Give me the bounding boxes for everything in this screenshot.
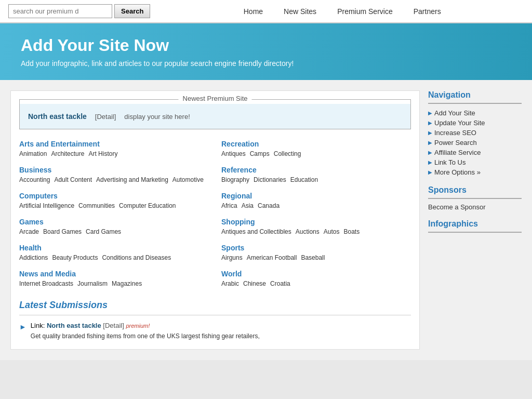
sidebar-nav-item[interactable]: ▶Power Search (428, 138, 522, 148)
category-link-item[interactable]: American Football (247, 254, 297, 261)
newest-premium-box: Newest Premium Site North east tackle [D… (19, 99, 411, 129)
newest-detail-link[interactable]: [Detail] (95, 113, 116, 121)
sidebar-sponsors-heading: Sponsors (428, 185, 522, 195)
sidebar-nav-item[interactable]: ▶Link To Us (428, 157, 522, 167)
category-link-item[interactable]: Architecture (51, 150, 84, 157)
content-area: Newest Premium Site North east tackle [D… (10, 90, 420, 350)
category-title[interactable]: Reference (221, 166, 411, 174)
category-links: Airguns American Football Baseball (221, 254, 411, 261)
sidebar-nav-items: ▶Add Your Site▶Update Your Site▶Increase… (428, 108, 522, 177)
search-input[interactable] (8, 4, 112, 18)
search-button[interactable]: Search (114, 4, 150, 18)
category-link-item[interactable]: Adult Content (54, 176, 92, 183)
sidebar-nav-item[interactable]: ▶Increase SEO (428, 128, 522, 138)
sidebar-nav-item[interactable]: ▶Add Your Site (428, 108, 522, 118)
category-link-item[interactable]: Conditions and Diseases (102, 254, 171, 261)
become-sponsor-link[interactable]: Become a Sponsor (428, 203, 522, 211)
sidebar-nav-item[interactable]: ▶More Options » (428, 167, 522, 177)
category-link-item[interactable]: Antiques and Collectibles (221, 228, 291, 235)
category-title[interactable]: Regional (221, 192, 411, 200)
category-link-item[interactable]: Canada (258, 202, 280, 209)
sidebar-arrow-icon: ▶ (428, 150, 432, 155)
category-links: Antiques Camps Collecting (221, 150, 411, 157)
category-title[interactable]: Arts and Entertainment (19, 140, 209, 148)
sidebar-nav-item-label: Link To Us (434, 158, 466, 166)
category-links: Africa Asia Canada (221, 202, 411, 209)
latest-item-content: Link: North east tackle [Detail] premium… (31, 322, 260, 341)
sidebar-nav-item[interactable]: ▶Affiliate Service (428, 148, 522, 157)
category-link-item[interactable]: Croatia (270, 280, 290, 287)
category-link-item[interactable]: Baseball (301, 254, 325, 261)
category-link-item[interactable]: Chinese (243, 280, 266, 287)
sidebar-nav-item-label: Affiliate Service (434, 149, 481, 156)
category-link-item[interactable]: Beauty Products (52, 254, 98, 261)
hero-title: Add Your Site Now (21, 36, 511, 55)
sidebar-infographics-heading: Infographics (428, 219, 522, 229)
category-link-item[interactable]: Computer Education (119, 202, 176, 209)
category-link-item[interactable]: Accounting (19, 176, 50, 183)
latest-item-detail[interactable]: [Detail] (103, 322, 126, 329)
latest-arrow-icon: ► (19, 323, 26, 331)
category-link-item[interactable]: Automotive (172, 176, 204, 183)
categories-grid: Arts and EntertainmentAnimation Architec… (19, 140, 411, 287)
newest-site-link[interactable]: North east tackle (28, 112, 87, 121)
category-title[interactable]: Shopping (221, 218, 411, 226)
category-link-item[interactable]: Arabic (221, 280, 239, 287)
category-link-item[interactable]: Communities (78, 202, 115, 209)
category-title[interactable]: Computers (19, 192, 209, 200)
category-link-item[interactable]: Card Games (86, 228, 121, 235)
category-title[interactable]: Business (19, 166, 209, 174)
latest-item-prefix: Link: (31, 322, 45, 329)
category-title[interactable]: News and Media (19, 270, 209, 278)
main-container: Newest Premium Site North east tackle [D… (0, 80, 532, 360)
category-link-item[interactable]: Biography (221, 176, 249, 183)
category-link-item[interactable]: Camps (250, 150, 270, 157)
sidebar-nav-item[interactable]: ▶Update Your Site (428, 118, 522, 128)
display-site-link[interactable]: display your site here! (124, 113, 190, 121)
nav-new-sites[interactable]: New Sites (284, 7, 316, 16)
category-section: News and MediaInternet Broadcasts Journa… (19, 270, 209, 287)
nav-home[interactable]: Home (244, 7, 263, 16)
category-link-item[interactable]: Antiques (221, 150, 246, 157)
nav-premium-service[interactable]: Premium Service (337, 7, 393, 16)
category-link-item[interactable]: Animation (19, 150, 47, 157)
category-link-item[interactable]: Boats (343, 228, 360, 235)
category-link-item[interactable]: Auctions (296, 228, 320, 235)
category-links: Accounting Adult Content Advertising and… (19, 176, 209, 183)
latest-divider (19, 315, 411, 315)
latest-submissions: Latest Submissions ► Link: North east ta… (19, 300, 411, 341)
category-section: BusinessAccounting Adult Content Adverti… (19, 166, 209, 183)
category-link-item[interactable]: Asia (242, 202, 254, 209)
category-title[interactable]: Health (19, 244, 209, 252)
category-link-item[interactable]: Dictionaries (254, 176, 286, 183)
main-nav: Home New Sites Premium Service Partners (161, 7, 524, 16)
category-link-item[interactable]: Education (290, 176, 318, 183)
category-title[interactable]: Recreation (221, 140, 411, 148)
category-title[interactable]: World (221, 270, 411, 278)
category-link-item[interactable]: Autos (324, 228, 340, 235)
sidebar-nav-item-label: Power Search (434, 139, 477, 147)
category-link-item[interactable]: Journalism (77, 280, 108, 287)
category-title[interactable]: Sports (221, 244, 411, 252)
category-link-item[interactable]: Artificial Intelligence (19, 202, 74, 209)
category-link-item[interactable]: Board Games (43, 228, 82, 235)
latest-item-link[interactable]: North east tackle (47, 322, 101, 329)
category-link-item[interactable]: Magazines (112, 280, 142, 287)
nav-partners[interactable]: Partners (414, 7, 441, 16)
category-links: Internet Broadcasts Journalism Magazines (19, 280, 209, 287)
sidebar-infographics: Infographics (428, 219, 522, 237)
sidebar-arrow-icon: ▶ (428, 140, 432, 145)
category-section: ShoppingAntiques and Collectibles Auctio… (221, 218, 411, 235)
category-link-item[interactable]: Internet Broadcasts (19, 280, 73, 287)
category-link-item[interactable]: Collecting (274, 150, 301, 157)
category-link-item[interactable]: Airguns (221, 254, 243, 261)
category-link-item[interactable]: Advertising and Marketing (96, 176, 168, 183)
category-link-item[interactable]: Addictions (19, 254, 48, 261)
category-links: Animation Architecture Art History (19, 150, 209, 157)
category-title[interactable]: Games (19, 218, 209, 226)
sidebar-nav-item-label: Add Your Site (434, 109, 475, 117)
category-link-item[interactable]: Arcade (19, 228, 39, 235)
category-link-item[interactable]: Art History (88, 150, 117, 157)
sidebar-sponsors-divider (428, 198, 522, 199)
category-link-item[interactable]: Africa (221, 202, 237, 209)
